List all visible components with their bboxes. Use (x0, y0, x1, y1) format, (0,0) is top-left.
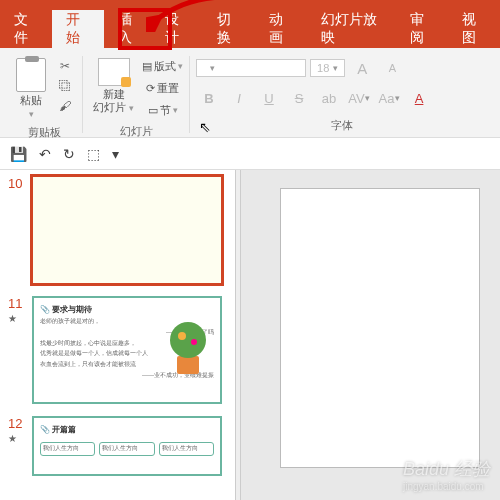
paste-button[interactable]: 粘贴 ▾ (12, 56, 50, 121)
tab-file[interactable]: 文件 (0, 10, 52, 48)
tab-view[interactable]: 视图 (448, 10, 500, 48)
bold-button[interactable]: B (196, 86, 222, 110)
svg-rect-0 (177, 356, 199, 374)
slide-canvas[interactable] (280, 188, 480, 468)
slide-editor (241, 170, 500, 500)
section-button[interactable]: ▭ 节 ▾ (142, 100, 183, 120)
slide-thumb-11: 11 ★ 📎 要求与期待 老师的孩子就是对的， ——那你成功了吗 找最少时间披起… (8, 296, 227, 404)
quick-access-toolbar: 💾 ↶ ↻ ⬚ ▾ (0, 138, 500, 170)
slide-number: 12 (8, 416, 26, 431)
animation-star-icon: ★ (8, 433, 26, 444)
group-label-slides: 幻灯片 (120, 120, 153, 139)
animation-star-icon: ★ (8, 313, 26, 324)
group-label-font: 字体 (331, 114, 353, 133)
layout-button[interactable]: ▤ 版式 ▾ (142, 56, 183, 76)
slide-number: 10 (8, 176, 26, 191)
save-button[interactable]: 💾 (10, 146, 27, 162)
svg-point-1 (170, 322, 206, 358)
ribbon-tabs: 文件 开始 插入 设计 切换 动画 幻灯片放映 审阅 视图 (0, 10, 500, 48)
change-case-button[interactable]: Aa▾ (376, 86, 402, 110)
strike-button[interactable]: S (286, 86, 312, 110)
grow-font-button[interactable]: A (349, 56, 375, 80)
italic-button[interactable]: I (226, 86, 252, 110)
tab-review[interactable]: 审阅 (396, 10, 448, 48)
spacing-button[interactable]: AV▾ (346, 86, 372, 110)
tab-design[interactable]: 设计 (157, 10, 203, 48)
redo-button[interactable]: ↻ (63, 146, 75, 162)
cut-button[interactable]: ✂ (54, 56, 76, 76)
group-label-clipboard: 剪贴板 (28, 121, 61, 140)
thumbnail[interactable] (32, 176, 222, 284)
group-clipboard: 粘贴 ▾ ✂ ⿻ 🖌 剪贴板 (6, 56, 83, 133)
underline-button[interactable]: U (256, 86, 282, 110)
new-slide-button[interactable]: 新建幻灯片 ▾ (89, 56, 138, 116)
copy-button[interactable]: ⿻ (54, 76, 76, 96)
shrink-font-button[interactable]: A (379, 56, 405, 80)
start-slideshow-button[interactable]: ⬚ (87, 146, 100, 162)
svg-point-3 (191, 339, 197, 345)
watermark: Baidu 经验 jingyan.baidu.com (403, 457, 490, 492)
font-color-button[interactable]: A (406, 86, 432, 110)
reset-button[interactable]: ⟳ 重置 (142, 78, 183, 98)
tab-transition[interactable]: 切换 (203, 10, 255, 48)
tab-insert[interactable]: 插入 (104, 10, 156, 48)
font-size-select[interactable]: 18 ▾ (310, 59, 345, 77)
tab-animation[interactable]: 动画 (255, 10, 307, 48)
new-slide-icon (98, 58, 130, 86)
group-font: ▾ 18 ▾ A A B I U S ab AV▾ Aa▾ A 字体 (190, 56, 494, 133)
qat-more[interactable]: ▾ (112, 146, 119, 162)
group-slides: 新建幻灯片 ▾ ▤ 版式 ▾ ⟳ 重置 ▭ 节 ▾ 幻灯片 (83, 56, 190, 133)
tab-home[interactable]: 开始 (52, 10, 104, 48)
font-family-select[interactable]: ▾ (196, 59, 306, 77)
slide-number: 11 (8, 296, 26, 311)
undo-button[interactable]: ↶ (39, 146, 51, 162)
mouse-cursor: ⇖ (199, 119, 211, 135)
tab-slideshow[interactable]: 幻灯片放映 (307, 10, 395, 48)
shadow-button[interactable]: ab (316, 86, 342, 110)
paste-icon (16, 58, 46, 92)
thumbnail[interactable]: 📎 开篇篇 我们人生方向 我们人生方向 我们人生方向 (32, 416, 222, 476)
slide-thumb-10: 10 (8, 176, 227, 284)
plant-illustration (162, 318, 212, 378)
ribbon: 粘贴 ▾ ✂ ⿻ 🖌 剪贴板 新建幻灯片 ▾ ▤ 版式 ▾ ⟳ 重置 ▭ 节 ▾… (0, 48, 500, 138)
svg-point-2 (178, 332, 186, 340)
slide-thumb-12: 12 ★ 📎 开篇篇 我们人生方向 我们人生方向 我们人生方向 (8, 416, 227, 476)
format-painter-button[interactable]: 🖌 (54, 96, 76, 116)
slide-thumbnail-panel[interactable]: 10 11 ★ 📎 要求与期待 老师的孩子就是对的， ——那你成功了吗 找最少时… (0, 170, 235, 500)
thumbnail[interactable]: 📎 要求与期待 老师的孩子就是对的， ——那你成功了吗 找最少时间披起，心中说是… (32, 296, 222, 404)
